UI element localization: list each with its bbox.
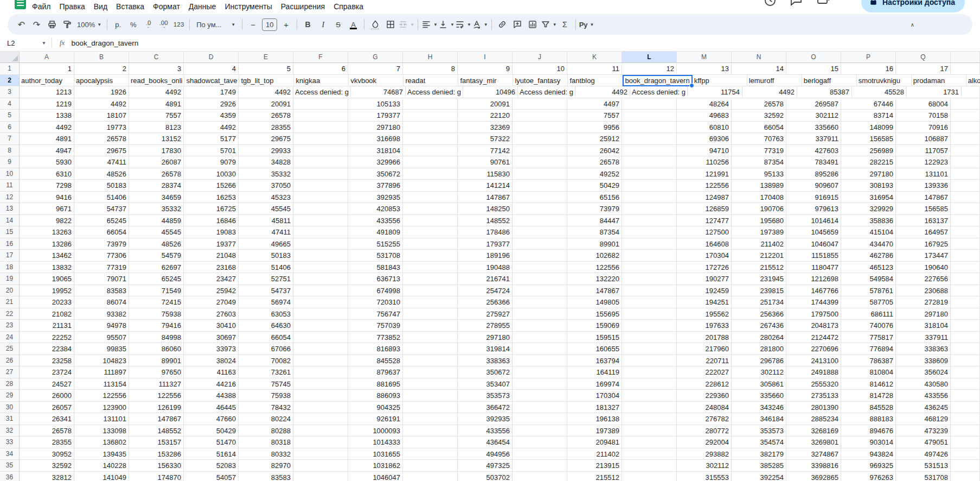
cell[interactable]: 354574 bbox=[732, 436, 786, 448]
cell[interactable]: 338609 bbox=[896, 355, 951, 367]
cell[interactable]: 465123 bbox=[841, 262, 896, 274]
cell[interactable]: 93382 bbox=[74, 308, 129, 320]
cell[interactable]: 297180 bbox=[458, 332, 513, 344]
cell[interactable]: 916915 bbox=[786, 192, 841, 204]
bold-button[interactable]: B bbox=[300, 17, 315, 31]
cell[interactable]: 77142 bbox=[458, 145, 513, 157]
cell[interactable]: 164119 bbox=[567, 366, 622, 378]
cell[interactable]: 75938 bbox=[239, 390, 293, 402]
cell[interactable]: 12 bbox=[622, 63, 677, 75]
cell[interactable]: 217960 bbox=[677, 343, 732, 355]
cell[interactable] bbox=[513, 133, 567, 145]
cell[interactable]: 4492 bbox=[74, 98, 129, 110]
cell[interactable] bbox=[622, 308, 677, 320]
cell[interactable]: 773852 bbox=[348, 332, 403, 344]
row-header-6[interactable]: 6 bbox=[0, 122, 20, 134]
cell[interactable]: 302112 bbox=[732, 366, 786, 378]
cell[interactable]: apocalypsis bbox=[74, 75, 129, 87]
more-formats-button[interactable]: 123 bbox=[171, 17, 186, 31]
row-header-33[interactable]: 33 bbox=[0, 436, 20, 448]
cell[interactable]: 123900 bbox=[74, 402, 129, 414]
cell[interactable]: 19773 bbox=[74, 122, 129, 134]
cell[interactable]: 11754 bbox=[688, 86, 742, 98]
cell[interactable] bbox=[513, 402, 567, 414]
cell[interactable]: 26578 bbox=[567, 156, 622, 168]
cell[interactable]: 83583 bbox=[74, 285, 129, 297]
cell[interactable] bbox=[622, 238, 677, 250]
cell[interactable] bbox=[513, 273, 567, 285]
cell[interactable]: 25912 bbox=[567, 133, 622, 145]
cell[interactable]: 73979 bbox=[74, 238, 129, 250]
cell[interactable] bbox=[293, 110, 348, 122]
cell[interactable]: 190640 bbox=[896, 262, 951, 274]
cell[interactable]: 50429 bbox=[184, 425, 239, 437]
cell[interactable]: 4947 bbox=[20, 145, 74, 157]
cell[interactable]: 297180 bbox=[896, 308, 951, 320]
cell[interactable] bbox=[951, 238, 980, 250]
cell[interactable]: 95133 bbox=[732, 168, 786, 180]
cell[interactable]: 686111 bbox=[841, 308, 896, 320]
row-header-30[interactable]: 30 bbox=[0, 402, 20, 414]
cell[interactable]: 337911 bbox=[786, 133, 841, 145]
menu-item-data[interactable]: Данные bbox=[184, 1, 221, 12]
cell[interactable]: 346184 bbox=[732, 413, 786, 425]
cell[interactable] bbox=[403, 343, 458, 355]
cell[interactable] bbox=[293, 215, 348, 227]
cell[interactable]: 122556 bbox=[74, 390, 129, 402]
cell[interactable]: 786387 bbox=[841, 355, 896, 367]
row-header-18[interactable]: 18 bbox=[0, 262, 20, 274]
cell[interactable]: 147867 bbox=[458, 192, 513, 204]
menu-item-view[interactable]: Вид bbox=[89, 1, 112, 12]
cell[interactable]: 51614 bbox=[184, 448, 239, 460]
cell[interactable]: 197633 bbox=[677, 320, 732, 332]
cell[interactable]: 4492 bbox=[20, 122, 74, 134]
cell[interactable] bbox=[403, 448, 458, 460]
cell[interactable]: 159069 bbox=[567, 320, 622, 332]
cell[interactable]: 8 bbox=[403, 63, 458, 75]
cell[interactable]: 462786 bbox=[841, 250, 896, 262]
cell[interactable]: 353407 bbox=[458, 378, 513, 390]
column-header-N[interactable]: N bbox=[732, 52, 786, 63]
cell[interactable]: 1731 bbox=[907, 86, 962, 98]
cell[interactable] bbox=[951, 460, 980, 472]
cell[interactable]: 29675 bbox=[74, 145, 129, 157]
cell[interactable]: 308193 bbox=[841, 180, 896, 192]
cell[interactable]: 45323 bbox=[239, 192, 293, 204]
strikethrough-button[interactable]: S bbox=[331, 17, 345, 31]
cell[interactable]: 54737 bbox=[239, 285, 293, 297]
font-size-input[interactable]: 10 bbox=[262, 18, 277, 31]
cell[interactable]: 2885234 bbox=[786, 413, 841, 425]
horizontal-align-button[interactable]: ▼ bbox=[421, 17, 438, 31]
cell[interactable]: 4492 bbox=[129, 86, 184, 98]
cell[interactable]: 353573 bbox=[458, 390, 513, 402]
cell[interactable] bbox=[513, 320, 567, 332]
cell[interactable]: 54057 bbox=[184, 472, 239, 481]
cell[interactable]: lyutoe_fantasy bbox=[513, 75, 568, 87]
cell[interactable]: 201788 bbox=[677, 332, 732, 344]
cell[interactable] bbox=[403, 413, 458, 425]
cell[interactable] bbox=[293, 98, 348, 110]
cell[interactable]: 196138 bbox=[567, 413, 622, 425]
cell[interactable]: 2413100 bbox=[786, 355, 841, 367]
cell[interactable]: 19083 bbox=[184, 226, 239, 238]
cell[interactable] bbox=[293, 448, 348, 460]
cell[interactable]: 302112 bbox=[677, 460, 732, 472]
cell[interactable] bbox=[293, 285, 348, 297]
cell[interactable]: Access denied: g bbox=[630, 86, 688, 98]
cell[interactable]: 10030 bbox=[184, 168, 239, 180]
row-header-29[interactable]: 29 bbox=[0, 390, 20, 402]
cell[interactable] bbox=[951, 122, 980, 134]
cell[interactable]: 74687 bbox=[351, 86, 406, 98]
insert-link-button[interactable] bbox=[495, 17, 510, 31]
cell[interactable]: 189196 bbox=[458, 250, 513, 262]
cell[interactable]: 102682 bbox=[567, 250, 622, 262]
cell[interactable]: 976263 bbox=[841, 472, 896, 481]
cell[interactable]: 35332 bbox=[239, 168, 293, 180]
cell[interactable] bbox=[403, 378, 458, 390]
cell[interactable]: 879637 bbox=[348, 366, 403, 378]
cell[interactable]: 181327 bbox=[567, 402, 622, 414]
cell[interactable] bbox=[293, 460, 348, 472]
cell[interactable]: 2 bbox=[74, 63, 129, 75]
cell[interactable]: 44216 bbox=[184, 378, 239, 390]
cell[interactable]: 296786 bbox=[732, 355, 786, 367]
